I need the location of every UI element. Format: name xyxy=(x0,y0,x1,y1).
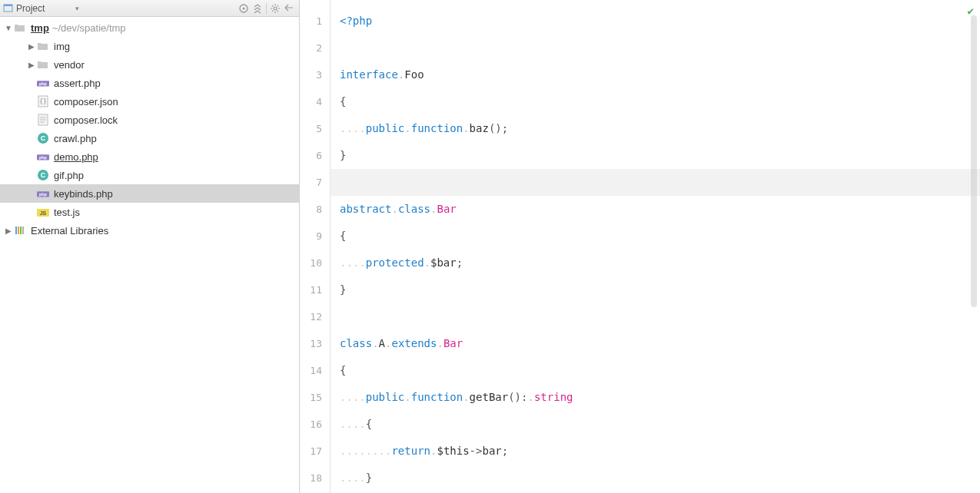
collapse-all-icon[interactable] xyxy=(251,2,264,15)
tree-item-assert-php[interactable]: ▶phpassert.php xyxy=(0,74,299,92)
tree-item-label: test.js xyxy=(54,207,80,218)
line-number: 9 xyxy=(300,223,330,250)
locate-icon[interactable] xyxy=(237,2,251,15)
tree-item-label: assert.php xyxy=(54,78,101,89)
tree-item-gif-php[interactable]: ▶Cgif.php xyxy=(0,166,299,184)
svg-rect-25 xyxy=(20,227,22,234)
php-icon: php xyxy=(37,77,49,89)
line-number: 14 xyxy=(300,357,330,384)
tree-external-libraries[interactable]: ▶ External Libraries xyxy=(0,221,299,240)
tree-item-test-js[interactable]: ▶JStest.js xyxy=(0,203,299,221)
line-number: 3 xyxy=(300,61,330,88)
project-icon xyxy=(3,3,13,13)
line-number: 16 xyxy=(300,411,330,438)
svg-text:php: php xyxy=(39,192,48,197)
project-label-text: Project xyxy=(16,3,45,14)
code-line[interactable]: { xyxy=(331,357,980,384)
tree-item-label: composer.json xyxy=(54,96,118,108)
tree-item-keybinds-php[interactable]: ▶phpkeybinds.php xyxy=(0,184,299,203)
class-icon: C xyxy=(37,169,49,181)
line-number: 1 xyxy=(300,8,330,35)
code-line[interactable]: ....protected.$bar; xyxy=(331,250,980,276)
svg-text:php: php xyxy=(39,155,48,160)
code-line[interactable]: ....public.function.getBar():.string xyxy=(331,384,980,411)
line-number: 6 xyxy=(300,142,330,169)
tree-item-label: crawl.php xyxy=(54,133,97,144)
code-line[interactable] xyxy=(331,169,980,196)
js-icon: JS xyxy=(37,206,49,218)
json-icon: {} xyxy=(37,95,49,108)
tree-item-label: img xyxy=(54,41,70,52)
code-line[interactable]: { xyxy=(331,223,980,250)
code-line[interactable]: ........return.$this->bar; xyxy=(331,438,980,465)
tree-item-img[interactable]: ▶img xyxy=(0,37,299,55)
svg-point-4 xyxy=(274,7,277,10)
code-line[interactable]: { xyxy=(331,88,980,115)
code-line[interactable]: ....public.function.baz(); xyxy=(331,115,980,142)
svg-text:{}: {} xyxy=(39,98,47,105)
code-line[interactable]: ....{ xyxy=(331,411,980,438)
svg-text:C: C xyxy=(41,171,46,179)
tree-root-label: tmp xyxy=(31,22,49,34)
code-line[interactable]: } xyxy=(331,142,980,169)
line-number: 12 xyxy=(300,303,330,330)
tree-root[interactable]: ▼ tmp ~/dev/spatie/tmp xyxy=(0,18,299,37)
chevron-right-icon[interactable]: ▶ xyxy=(26,41,37,51)
libraries-icon xyxy=(14,224,26,237)
project-tree[interactable]: ▼ tmp ~/dev/spatie/tmp ▶img▶vendor▶phpas… xyxy=(0,17,299,493)
project-sidebar: Project ▾ ▼ tmp ~/dev/spatie/tmp ▶img▶ve… xyxy=(0,0,300,493)
tree-item-label: gif.php xyxy=(54,170,84,181)
chevron-right-icon[interactable]: ▶ xyxy=(26,59,37,70)
line-number: 15 xyxy=(300,384,330,411)
text-icon xyxy=(37,114,49,126)
vertical-scrollbar[interactable] xyxy=(971,15,978,323)
gear-icon[interactable] xyxy=(268,2,282,15)
tree-external-label: External Libraries xyxy=(31,225,108,237)
line-number: 2 xyxy=(300,35,330,61)
code-line[interactable]: <?php xyxy=(331,8,980,35)
line-number: 7 xyxy=(300,169,330,196)
tree-item-crawl-php[interactable]: ▶Ccrawl.php xyxy=(0,129,299,147)
code-line[interactable] xyxy=(331,35,980,61)
hide-icon[interactable] xyxy=(282,2,296,15)
folder-icon xyxy=(37,40,49,52)
tree-item-demo-php[interactable]: ▶phpdemo.php xyxy=(0,147,299,166)
tree-root-path: ~/dev/spatie/tmp xyxy=(52,22,126,34)
line-number: 11 xyxy=(300,276,330,303)
chevron-right-icon[interactable]: ▶ xyxy=(3,225,14,236)
line-number: 13 xyxy=(300,330,330,357)
svg-text:C: C xyxy=(41,134,46,142)
line-number: 17 xyxy=(300,438,330,465)
tree-item-composer-lock[interactable]: ▶composer.lock xyxy=(0,111,299,129)
tree-item-vendor[interactable]: ▶vendor xyxy=(0,55,299,74)
code-line[interactable]: } xyxy=(331,276,980,303)
code-editor[interactable]: 123456789101112131415161718 <?phpinterfa… xyxy=(300,0,980,493)
svg-rect-1 xyxy=(4,5,12,6)
code-line[interactable]: class.A.extends.Bar xyxy=(331,330,980,357)
project-view-selector[interactable]: Project ▾ xyxy=(3,3,79,14)
scrollbar-thumb[interactable] xyxy=(971,15,977,307)
chevron-down-icon[interactable]: ▼ xyxy=(3,22,14,33)
tree-item-label: vendor xyxy=(54,59,85,71)
svg-text:JS: JS xyxy=(40,210,47,216)
tree-item-label: composer.lock xyxy=(54,114,118,126)
tree-item-composer-json[interactable]: ▶{}composer.json xyxy=(0,92,299,111)
line-number: 8 xyxy=(300,196,330,223)
php-icon: php xyxy=(37,151,49,163)
class-icon: C xyxy=(37,132,49,144)
code-line[interactable]: abstract.class.Bar xyxy=(331,196,980,223)
tree-item-label: demo.php xyxy=(54,151,98,163)
svg-rect-26 xyxy=(22,227,24,234)
code-line[interactable]: ....} xyxy=(331,465,980,491)
line-number: 18 xyxy=(300,465,330,491)
code-line[interactable] xyxy=(331,303,980,330)
line-number: 4 xyxy=(300,88,330,115)
svg-text:php: php xyxy=(39,81,48,86)
editor-code-area[interactable]: <?phpinterface.Foo{....public.function.b… xyxy=(331,0,980,493)
line-number: 5 xyxy=(300,115,330,142)
svg-point-3 xyxy=(243,7,245,9)
folder-icon xyxy=(14,22,26,34)
chevron-down-icon: ▾ xyxy=(75,5,79,12)
code-line[interactable]: interface.Foo xyxy=(331,61,980,88)
sidebar-header: Project ▾ xyxy=(0,0,299,17)
